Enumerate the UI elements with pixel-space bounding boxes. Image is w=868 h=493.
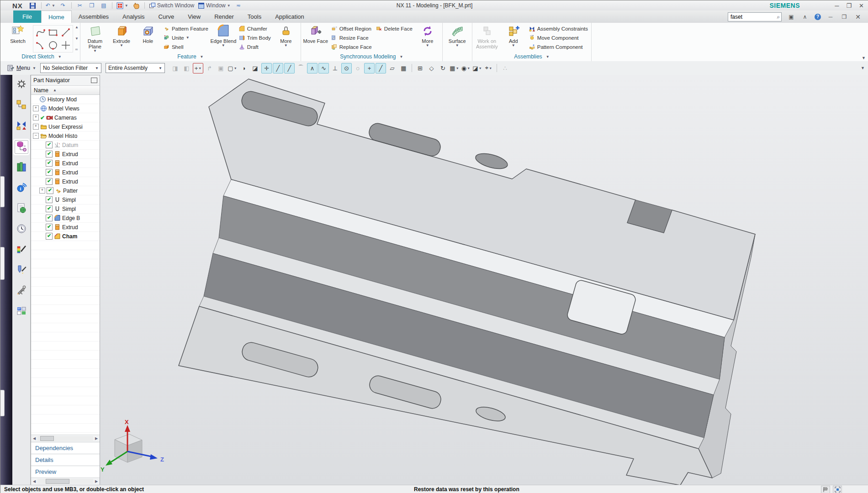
tree-item-datum[interactable]: ✔Datum	[31, 141, 100, 150]
unite-button[interactable]: Unite▼	[161, 33, 210, 42]
display-grid-button[interactable]: ▦▼	[449, 63, 460, 73]
tree-item-simpl[interactable]: ✔Simpl	[31, 195, 100, 205]
move-component-button[interactable]: Move Component	[527, 33, 590, 42]
select-next-button[interactable]: ↱	[204, 63, 215, 73]
render-style-button[interactable]: ◉▼	[460, 63, 471, 73]
close-button[interactable]: ✕	[859, 2, 864, 9]
work-on-assembly-button[interactable]: Work on Assembly	[474, 23, 500, 52]
pan-button[interactable]: ◇	[426, 63, 437, 73]
selection-filter-combo[interactable]: No Selection Filter▼	[40, 63, 101, 73]
save-button[interactable]	[27, 1, 38, 10]
extrude-button[interactable]: Extrude▼	[108, 23, 135, 52]
gallery-down-icon[interactable]: ▼	[75, 37, 79, 41]
performance-flag-icon[interactable]	[821, 486, 830, 493]
add-button[interactable]: Add▼	[500, 23, 527, 52]
hd3d-tools-tab[interactable]: i	[15, 182, 28, 195]
undo-button[interactable]: ↶▼	[44, 1, 57, 10]
expand-toggle-icon[interactable]: −	[33, 133, 39, 139]
section-dependencies[interactable]: Dependencies	[31, 442, 100, 454]
copy-button[interactable]: ❐	[86, 1, 97, 10]
tree-item-history-mod[interactable]: History Mod	[31, 95, 100, 104]
redo-button[interactable]: ↷	[58, 1, 69, 10]
expand-toggle-icon[interactable]: +	[39, 188, 45, 194]
system-scenes-tab[interactable]	[15, 305, 28, 318]
feature-checkbox[interactable]: ✔	[46, 196, 53, 203]
selection-scope-combo[interactable]: Entire Assembly▼	[106, 63, 165, 73]
panel-handle[interactable]	[0, 390, 5, 416]
doc-close-button[interactable]: ✕	[854, 13, 862, 21]
snap-face-button[interactable]: ▱	[387, 63, 397, 73]
zoom-window-button[interactable]: ⊞	[415, 63, 425, 73]
toolbar-overflow-icon[interactable]: ▼	[861, 66, 868, 70]
pattern-feature-button[interactable]: Pattern Feature	[161, 24, 210, 33]
surface-button[interactable]: Surface▼	[444, 23, 471, 52]
tree-item-model-histo[interactable]: −Model Histo	[31, 131, 100, 141]
round-hole[interactable]	[474, 151, 509, 172]
more-button[interactable]: More▼	[273, 23, 299, 52]
tree-item-cameras[interactable]: +✔Cameras	[31, 113, 100, 122]
roles-tab[interactable]	[15, 285, 28, 298]
feature-checkbox[interactable]: ✔	[46, 142, 53, 148]
tab-curve[interactable]: Curve	[152, 10, 181, 23]
qat-customize-button[interactable]: ≂	[233, 1, 244, 10]
edge-blend-button[interactable]: Edge Blend▼	[210, 23, 237, 52]
snap-perpendicular-button[interactable]: ⊥	[330, 63, 340, 73]
tree-item-model-views[interactable]: +Model Views	[31, 104, 100, 113]
sketch-line-icon[interactable]	[60, 26, 72, 38]
minimize-button[interactable]: ─	[835, 2, 839, 9]
switch-window-button[interactable]: Switch Window	[148, 1, 196, 10]
tab-render[interactable]: Render	[207, 10, 241, 23]
manufacturing-wizard-tab[interactable]	[15, 264, 28, 277]
minimize-ribbon-icon[interactable]: ∧	[801, 13, 809, 21]
snap-enable-button[interactable]: ✛	[261, 63, 272, 73]
gallery-expand-icon[interactable]: ≂	[75, 47, 79, 52]
search-input[interactable]	[730, 13, 777, 21]
tree-item-user-expressi[interactable]: +User Expressi	[31, 122, 100, 131]
part-navigator-tab[interactable]	[15, 140, 28, 154]
replace-face-button[interactable]: Replace Face	[329, 42, 374, 51]
group-dialog-launcher-icon[interactable]: ▼	[546, 55, 550, 59]
tab-analysis[interactable]: Analysis	[116, 10, 151, 23]
snap-spline-button[interactable]: ∿	[318, 63, 329, 73]
pattern-component-button[interactable]: Pattern Component	[527, 42, 590, 51]
window-layout-button[interactable]: ▼	[115, 1, 130, 10]
sketch-profile-icon[interactable]	[34, 26, 46, 38]
selection-scope-button[interactable]: ◨	[170, 63, 180, 73]
doc-minimize-button[interactable]: ─	[826, 13, 835, 21]
snap-midpoint-button[interactable]: ╱	[284, 63, 295, 73]
hole-button[interactable]: Hole	[135, 23, 161, 52]
orient-view-button[interactable]: ◪▼	[472, 63, 482, 73]
offset-region-button[interactable]: Offset Region	[329, 24, 374, 33]
shaded-display-button[interactable]: ◑	[238, 63, 249, 73]
graphics-viewport[interactable]: X Y Z	[100, 75, 868, 485]
snap-quadrant-button[interactable]: ◌	[353, 63, 363, 73]
panel-handle[interactable]	[0, 176, 5, 207]
highlight-related-button[interactable]: ◧	[181, 63, 192, 73]
tree-item-extrud[interactable]: ✔Extrud	[31, 177, 100, 186]
gallery-scroll-arrows[interactable]: ▲▼≂	[75, 25, 79, 52]
feature-checkbox[interactable]: ✔	[46, 160, 53, 167]
doc-restore-button[interactable]: ❐	[840, 13, 848, 21]
group-dialog-launcher-icon[interactable]: ▼	[200, 55, 204, 59]
sketch-arc-icon[interactable]	[34, 39, 46, 51]
expand-toggle-icon[interactable]: +	[33, 124, 39, 130]
trim-body-button[interactable]: Trim Body	[237, 33, 273, 42]
delete-face-button[interactable]: Delete Face	[374, 24, 414, 33]
feature-checkbox[interactable]: ✔	[46, 205, 53, 212]
group-dialog-launcher-icon[interactable]: ▼	[399, 55, 403, 59]
undock-icon[interactable]	[91, 78, 97, 83]
resize-face-button[interactable]: Resize Face	[329, 33, 374, 42]
scroll-right-icon[interactable]: ▶	[93, 479, 100, 483]
restore-button[interactable]: ❐	[846, 2, 852, 9]
refresh-button[interactable]: ↻	[438, 63, 448, 73]
assembly-constraints-button[interactable]: Assembly Constraints	[527, 24, 590, 33]
tree-item-patter[interactable]: +✔Patter	[31, 186, 100, 195]
feature-checkbox[interactable]: ✔	[46, 233, 53, 240]
history-tab[interactable]	[15, 223, 28, 236]
tree-item-cham[interactable]: ✔Cham	[31, 232, 100, 241]
sketch-rectangle-icon[interactable]	[47, 26, 59, 38]
fit-view-icon[interactable]	[833, 486, 842, 493]
move-face-button[interactable]: Move Face	[302, 23, 329, 52]
expand-toggle-icon[interactable]: +	[33, 105, 39, 111]
gallery-up-icon[interactable]: ▲	[75, 25, 79, 29]
